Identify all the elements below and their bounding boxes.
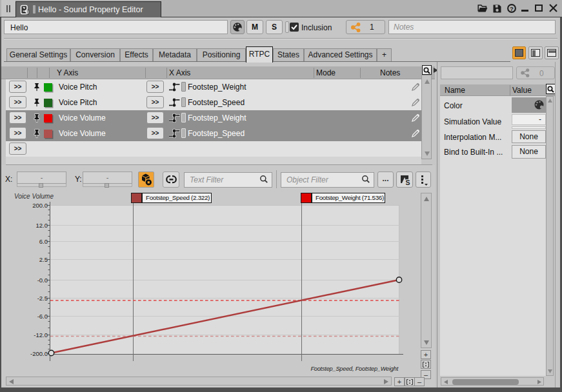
svg-text:S: S — [405, 179, 410, 186]
svg-text:?: ? — [510, 5, 514, 12]
